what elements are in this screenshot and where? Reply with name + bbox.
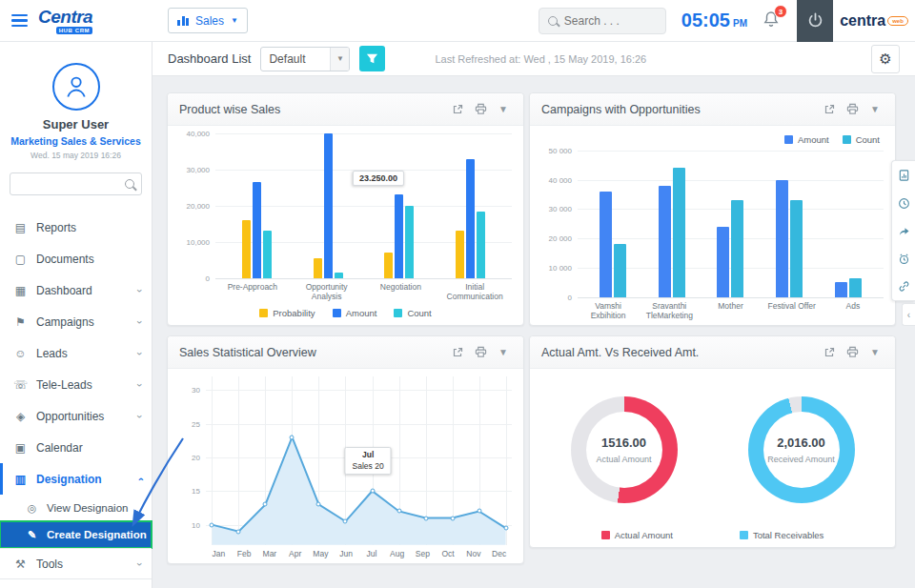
print-icon[interactable] [472, 346, 489, 358]
legend-item-amount[interactable]: Amount [784, 134, 829, 145]
legend-item-amount[interactable]: Amount [333, 308, 377, 318]
data-point [370, 489, 375, 494]
expand-icon[interactable] [821, 104, 838, 115]
legend-item-count[interactable]: Count [843, 134, 880, 145]
bar-amount [835, 282, 847, 296]
x-axis-label: Jul [359, 549, 385, 558]
donut-row: 1516.00 Actual Amount 2,016.00 Received … [541, 376, 884, 523]
legend-item-actual-amount[interactable]: Actual Amount [601, 530, 673, 540]
settings-button[interactable]: ⚙ [871, 45, 900, 73]
bar-amount [659, 186, 671, 297]
chevron-down-icon: › [134, 320, 146, 324]
card-header: Campaigns with Opportunities ▼ [530, 93, 895, 126]
sidebar-item-tele-leads[interactable]: ☏ Tele-Leads › [0, 369, 152, 400]
card-body: Amount Count 50 00040 00030 00020 00010 … [530, 126, 895, 325]
sidebar-item-leads[interactable]: ☺ Leads › [0, 337, 152, 369]
x-axis-label: Mother [700, 301, 761, 320]
collapse-icon[interactable]: ▼ [495, 347, 512, 357]
legend-item-probability[interactable]: Probability [259, 308, 315, 318]
expand-icon[interactable] [821, 347, 838, 358]
search-input[interactable] [564, 14, 657, 28]
clock-time: 05:05 [681, 10, 730, 31]
chevron-up-icon: › [134, 477, 146, 481]
sidebar-search-input[interactable] [17, 178, 120, 190]
bar-count [849, 278, 862, 297]
bar-count [405, 206, 414, 278]
sidebar-item-create-designation[interactable]: ✎ Create Designation [0, 521, 152, 548]
print-icon[interactable] [472, 103, 489, 115]
notifications-button[interactable]: 3 [761, 10, 783, 32]
x-axis-label: Ads [823, 301, 884, 320]
actual-amount-donut: 1516.00 Actual Amount [571, 396, 678, 503]
filter-button[interactable] [359, 46, 385, 71]
menu-icon[interactable] [11, 14, 28, 28]
collapse-icon[interactable]: ▼ [866, 104, 884, 114]
power-icon [806, 11, 824, 30]
sidebar-item-opportunities[interactable]: ◈ Opportunities › [0, 400, 152, 432]
x-axis-label: Jan [206, 549, 232, 558]
amount-swatch [333, 309, 341, 317]
sales-statistical-chart: 3025201510JulSales 20JanFebMarAprMayJunJ… [179, 376, 512, 558]
dashboard-main: Product wise Sales ▼ 40,00030,00020,0001… [152, 76, 915, 588]
data-point [503, 526, 508, 531]
logo-text: Centra [38, 8, 92, 26]
reminder-icon[interactable] [897, 252, 910, 265]
received-amount-donut: 2,016.00 Received Amount [748, 396, 855, 503]
sidebar-item-documents[interactable]: ▢ Documents [0, 243, 152, 274]
card-title: Campaigns with Opportunities [541, 103, 815, 116]
bar-count [673, 168, 685, 296]
legend-item-total-receivables[interactable]: Total Receivables [740, 530, 824, 540]
sidebar-item-tools[interactable]: ⚒ Tools › [0, 548, 152, 579]
sidebar-item-dashboard[interactable]: ▦ Dashboard › [0, 274, 152, 306]
bar-amount [324, 133, 333, 278]
data-point [210, 522, 214, 527]
bar-group [600, 151, 626, 297]
print-icon[interactable] [844, 346, 861, 358]
card-body: 3025201510JulSales 20JanFebMarAprMayJunJ… [168, 369, 523, 563]
legend-item-count[interactable]: Count [394, 308, 431, 318]
chart-tooltip: JulSales 20 [345, 447, 392, 475]
last-refreshed-text: Last Refreshed at: Wed , 15 May 2019, 16… [435, 53, 646, 65]
bar-count [614, 244, 626, 296]
expand-icon[interactable] [449, 347, 466, 358]
sidebar-item-reports[interactable]: ▤ Reports [0, 212, 152, 243]
bar-amount [395, 194, 403, 278]
probability-swatch [259, 309, 268, 317]
card-header: Actual Amt. Vs Received Amt. ▼ [530, 336, 895, 369]
report-icon[interactable] [897, 169, 910, 182]
dashboard-select[interactable]: Default ▼ [260, 47, 350, 71]
collapse-icon[interactable]: ▼ [495, 104, 512, 114]
centra-logo-sub: web [887, 16, 908, 26]
collapse-icon[interactable]: ▼ [866, 347, 884, 357]
sidebar-item-designation[interactable]: ▥ Designation › [0, 463, 152, 495]
link-icon[interactable] [897, 279, 910, 293]
module-selector[interactable]: Sales ▼ [168, 8, 248, 33]
bar-probability [384, 253, 393, 278]
print-icon[interactable] [844, 103, 861, 115]
sidebar-search[interactable] [10, 172, 142, 195]
history-icon[interactable] [897, 196, 910, 210]
search-icon [125, 179, 134, 189]
logout-button[interactable] [797, 0, 833, 42]
donut-legend: Actual Amount Total Receivables [541, 523, 884, 542]
global-search[interactable] [539, 8, 666, 34]
bar-group [659, 151, 685, 297]
x-axis-label: May [308, 549, 334, 558]
card-sales-statistical-overview: Sales Statistical Overview ▼ 3025201510J… [167, 335, 524, 564]
bar-chart-icon [177, 16, 189, 26]
bar-group [835, 151, 862, 297]
sidebar-item-view-designation[interactable]: ◎ View Designaion [0, 495, 152, 521]
count-swatch [394, 309, 402, 317]
expand-icon[interactable] [449, 104, 466, 115]
chevron-down-icon: › [134, 415, 146, 418]
bar-group [717, 151, 743, 297]
sidebar-item-calendar[interactable]: ▣ Calendar [0, 432, 152, 463]
opportunities-icon: ◈ [13, 410, 28, 423]
sidebar-item-campaigns[interactable]: ⚑ Campaigns › [0, 306, 152, 337]
chevron-down-icon: › [134, 352, 146, 355]
share-icon[interactable] [897, 224, 910, 237]
tools-icon: ⚒ [13, 558, 28, 571]
module-selector-value: Sales [195, 14, 224, 28]
campaigns-legend: Amount Count [541, 133, 884, 151]
collapse-panel-tab[interactable]: ‹ [902, 303, 915, 326]
